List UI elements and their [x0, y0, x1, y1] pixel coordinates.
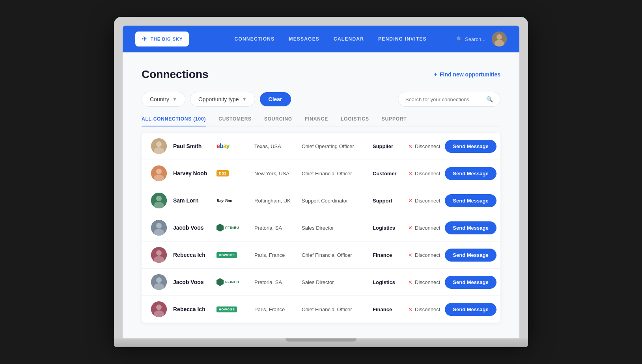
country-chevron-icon: ▼	[172, 97, 177, 102]
tab-sourcing[interactable]: SOURCING	[264, 116, 292, 126]
send-message-button[interactable]: Send Message	[445, 303, 496, 316]
row-name: Harvey Noob	[173, 170, 216, 176]
nav-search-area[interactable]: 🔍 Search...	[456, 36, 485, 42]
row-name: Rebecca Ich	[173, 252, 216, 258]
laptop-container: ✈ THE BIG SKY CONNECTIONS MESSAGES CALEN…	[114, 17, 528, 347]
table-row: Jacob Voos FFINEU Pretoria, SA Sales Dir…	[142, 269, 500, 296]
row-actions: ✕ Disconnect Send Message	[408, 194, 496, 207]
page-title: Connections	[142, 68, 209, 81]
row-type: Supplier	[373, 143, 408, 149]
company-logo-ffineu: FFINEU	[216, 224, 239, 232]
row-location: Rottingham, UK	[254, 198, 302, 204]
row-role: Chief Financial Officer	[302, 306, 373, 312]
row-actions: ✕ Disconnect Send Message	[408, 167, 496, 180]
row-location: Pretoria, SA	[254, 225, 302, 231]
row-location: Paris, France	[254, 306, 302, 312]
disconnect-label: Disconnect	[415, 198, 440, 204]
row-role: Support Coordinator	[302, 198, 373, 204]
country-filter[interactable]: Country ▼	[142, 92, 185, 107]
filters-row: Country ▼ Opportunity type ▼ Clear 🔍	[142, 92, 500, 107]
x-icon: ✕	[408, 279, 412, 285]
row-type: Logistics	[373, 225, 408, 231]
opportunity-type-label: Opportunity type	[198, 96, 239, 102]
search-connections-input[interactable]	[405, 97, 483, 102]
row-type: Support	[373, 198, 408, 204]
nav-connections[interactable]: CONNECTIONS	[235, 36, 275, 42]
row-location: Pretoria, SA	[254, 279, 302, 285]
disconnect-button[interactable]: ✕ Disconnect	[408, 143, 440, 149]
send-message-button[interactable]: Send Message	[445, 194, 496, 207]
tab-support[interactable]: SUPPORT	[382, 116, 407, 126]
avatar[interactable]	[492, 32, 507, 46]
plus-icon: +	[434, 71, 437, 78]
nav-messages[interactable]: MESSAGES	[289, 36, 319, 42]
search-icon: 🔍	[456, 36, 463, 42]
country-label: Country	[150, 96, 169, 102]
find-opportunities-button[interactable]: + Find new opportunities	[434, 71, 500, 78]
connections-table: Paul Smith ebay Texas, USA Chief Operati…	[142, 133, 500, 323]
row-location: Paris, France	[254, 252, 302, 258]
row-company: DS2	[216, 170, 248, 176]
find-opps-label: Find new opportunities	[440, 71, 500, 78]
search-connections-field[interactable]: 🔍	[398, 92, 500, 107]
disconnect-button[interactable]: ✕ Disconnect	[408, 198, 440, 204]
logo-text: THE BIG SKY	[151, 37, 183, 41]
clear-button[interactable]: Clear	[260, 92, 291, 106]
disconnect-label: Disconnect	[415, 279, 440, 285]
disconnect-button[interactable]: ✕ Disconnect	[408, 252, 440, 258]
svg-point-16	[156, 250, 162, 256]
tab-finance[interactable]: FINANCE	[305, 116, 328, 126]
x-icon: ✕	[408, 143, 412, 149]
row-company: HOWOGE	[216, 306, 248, 312]
svg-point-1	[496, 34, 502, 40]
disconnect-label: Disconnect	[415, 252, 440, 258]
disconnect-button[interactable]: ✕ Disconnect	[408, 225, 440, 231]
table-row: Rebecca Ich HOWOGE Paris, France Chief F…	[142, 296, 500, 323]
row-role: Chief Financial Officer	[302, 171, 373, 176]
logo-icon: ✈	[142, 35, 147, 43]
table-row: Harvey Noob DS2 New York, USA Chief Fina…	[142, 160, 500, 187]
disconnect-label: Disconnect	[415, 171, 440, 176]
main-content: Connections + Find new opportunities Cou…	[123, 52, 519, 338]
tab-all-connections[interactable]: ALL CONNECTIONS (100)	[142, 116, 206, 126]
row-name: Jacob Voos	[173, 279, 216, 285]
row-actions: ✕ Disconnect Send Message	[408, 221, 496, 234]
company-logo-ffineu: FFINEU	[216, 278, 239, 286]
nav-pending-invites[interactable]: PENDING INVITES	[378, 36, 427, 42]
opportunity-type-chevron-icon: ▼	[242, 97, 247, 102]
send-message-button[interactable]: Send Message	[445, 276, 496, 289]
nav-calendar[interactable]: CALENDAR	[334, 36, 364, 42]
send-message-button[interactable]: Send Message	[445, 167, 496, 180]
disconnect-button[interactable]: ✕ Disconnect	[408, 279, 440, 285]
row-avatar	[151, 301, 167, 317]
row-company: ebay	[216, 143, 248, 150]
svg-point-7	[156, 169, 162, 174]
disconnect-button[interactable]: ✕ Disconnect	[408, 171, 440, 176]
disconnect-label: Disconnect	[415, 225, 440, 231]
send-message-button[interactable]: Send Message	[445, 140, 496, 153]
x-icon: ✕	[408, 306, 412, 312]
row-type: Logistics	[373, 279, 408, 285]
disconnect-label: Disconnect	[415, 143, 440, 149]
disconnect-button[interactable]: ✕ Disconnect	[408, 306, 440, 312]
row-company: HOWOGE	[216, 252, 248, 258]
table-row: Rebecca Ich HOWOGE Paris, France Chief F…	[142, 241, 500, 269]
svg-point-19	[156, 277, 162, 283]
row-actions: ✕ Disconnect Send Message	[408, 249, 496, 262]
nav-search-label: Search...	[465, 36, 485, 42]
row-name: Jacob Voos	[173, 225, 216, 231]
svg-point-13	[156, 223, 162, 228]
row-company: FFINEU	[216, 224, 248, 232]
row-avatar	[151, 193, 167, 208]
send-message-button[interactable]: Send Message	[445, 249, 496, 262]
tab-logistics[interactable]: LOGISTICS	[341, 116, 369, 126]
logo[interactable]: ✈ THE BIG SKY	[135, 32, 189, 46]
send-message-button[interactable]: Send Message	[445, 221, 496, 234]
row-company: Ray-Ban	[216, 198, 248, 203]
tab-customers[interactable]: CUSTOMERS	[218, 116, 252, 126]
nav-links: CONNECTIONS MESSAGES CALENDAR PENDING IN…	[205, 36, 456, 42]
row-type: Finance	[373, 252, 408, 258]
company-logo-howoge: HOWOGE	[216, 252, 237, 258]
opportunity-type-filter[interactable]: Opportunity type ▼	[190, 92, 255, 107]
screen-bezel: ✈ THE BIG SKY CONNECTIONS MESSAGES CALEN…	[114, 17, 528, 338]
